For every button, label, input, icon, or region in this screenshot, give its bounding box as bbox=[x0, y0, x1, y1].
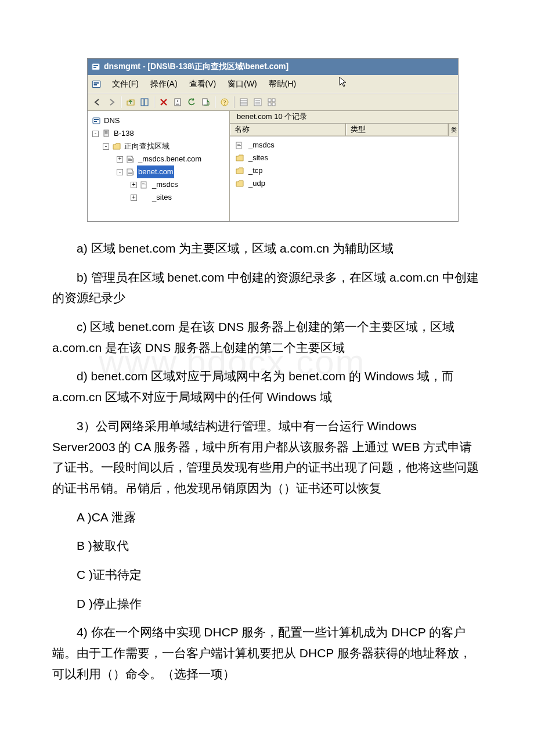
client-area: DNS - B-138 - 正向查找区域 + bbox=[88, 111, 458, 221]
svg-rect-43 bbox=[142, 183, 145, 184]
zone-icon bbox=[140, 180, 149, 189]
list-item[interactable]: _udp bbox=[233, 177, 454, 190]
properties-button[interactable] bbox=[171, 96, 184, 109]
svg-rect-47 bbox=[237, 145, 241, 146]
q3-option-c: C )证书待定 bbox=[52, 564, 482, 585]
tree-label: 正向查找区域 bbox=[123, 140, 170, 153]
svg-rect-37 bbox=[128, 160, 132, 161]
svg-rect-1 bbox=[93, 65, 98, 66]
q2-option-a: a) 区域 benet.com 为主要区域，区域 a.com.cn 为辅助区域 bbox=[52, 238, 482, 259]
folder-icon bbox=[112, 142, 121, 151]
help-button[interactable]: ? bbox=[218, 96, 231, 109]
icon-view-button[interactable] bbox=[265, 96, 278, 109]
delete-button[interactable] bbox=[157, 96, 170, 109]
list-item[interactable]: _sites bbox=[233, 152, 454, 164]
menu-action[interactable]: 操作(A) bbox=[146, 76, 182, 92]
collapse-icon[interactable]: - bbox=[117, 169, 123, 175]
svg-rect-41 bbox=[128, 173, 132, 174]
menu-file[interactable]: 文件(F) bbox=[107, 76, 143, 92]
zone-icon bbox=[126, 167, 135, 177]
q3-option-a: A )CA 泄露 bbox=[52, 507, 482, 528]
tree-label: B-138 bbox=[113, 127, 135, 140]
column-scroll-indicator: 类 bbox=[449, 124, 458, 136]
svg-rect-5 bbox=[94, 84, 98, 85]
tree-node-sub-msdcs[interactable]: + _msdcs bbox=[90, 178, 228, 191]
collapse-icon[interactable]: - bbox=[103, 143, 109, 150]
svg-rect-29 bbox=[94, 121, 97, 122]
svg-rect-10 bbox=[176, 103, 179, 103]
tree-label: _sites bbox=[151, 191, 172, 204]
menu-window[interactable]: 窗口(W) bbox=[223, 76, 262, 92]
folder-icon bbox=[235, 166, 244, 175]
tree-pane[interactable]: DNS - B-138 - 正向查找区域 + bbox=[88, 111, 230, 221]
svg-rect-33 bbox=[105, 134, 108, 134]
svg-text:?: ? bbox=[223, 99, 226, 106]
menu-help[interactable]: 帮助(H) bbox=[264, 76, 301, 92]
column-type[interactable]: 类型 bbox=[346, 124, 449, 136]
svg-rect-44 bbox=[142, 185, 146, 185]
svg-rect-4 bbox=[94, 82, 99, 83]
tree-node-sub-sites[interactable]: + _sites bbox=[90, 191, 228, 204]
detail-view-button[interactable] bbox=[251, 96, 264, 109]
column-name[interactable]: 名称 bbox=[230, 124, 346, 136]
nav-back-button[interactable] bbox=[91, 96, 104, 109]
q2-option-b: b) 管理员在区域 benet.com 中创建的资源纪录多，在区域 a.com.… bbox=[52, 267, 482, 308]
dns-mmc-window: dnsmgmt - [DNS\B-138\正向查找区域\benet.com] 文… bbox=[87, 58, 459, 222]
tree-node-dns[interactable]: DNS bbox=[90, 114, 228, 127]
tree-node-server[interactable]: - B-138 bbox=[90, 127, 228, 140]
expand-icon[interactable]: + bbox=[131, 195, 137, 201]
collapse-icon[interactable]: - bbox=[92, 131, 99, 137]
svg-rect-11 bbox=[176, 104, 179, 105]
svg-rect-23 bbox=[268, 99, 271, 102]
tool-bar: ? bbox=[88, 93, 458, 111]
list-item[interactable]: _tcp bbox=[233, 164, 454, 177]
list-body[interactable]: _msdcs _sites _tcp bbox=[230, 136, 458, 221]
tree-node-zone-benet[interactable]: - benet.com bbox=[90, 165, 228, 178]
folder-icon bbox=[140, 193, 149, 202]
list-summary-header: benet.com 10 个记录 bbox=[230, 111, 458, 124]
svg-rect-25 bbox=[268, 103, 271, 106]
svg-rect-8 bbox=[175, 99, 181, 106]
svg-rect-2 bbox=[93, 67, 96, 68]
dns-app-icon bbox=[91, 79, 102, 89]
zone-icon bbox=[126, 154, 135, 164]
q2-option-c: c) 区域 benet.com 是在该 DNS 服务器上创建的第一个主要区域，区… bbox=[52, 316, 482, 358]
export-list-button[interactable] bbox=[199, 96, 212, 109]
mouse-cursor-icon bbox=[338, 76, 349, 92]
list-summary-text: benet.com 10 个记录 bbox=[237, 110, 307, 123]
server-icon bbox=[102, 129, 111, 138]
tree-node-forward-zones[interactable]: - 正向查找区域 bbox=[90, 140, 228, 153]
tree-label: _msdcs.benet.com bbox=[137, 153, 202, 165]
tree-node-zone-msdcs[interactable]: + _msdcs.benet.com bbox=[90, 153, 228, 165]
menu-view[interactable]: 查看(V) bbox=[185, 76, 221, 92]
svg-rect-40 bbox=[128, 172, 132, 172]
show-hide-tree-button[interactable] bbox=[138, 96, 151, 109]
document-body: a) 区域 benet.com 为主要区域，区域 a.com.cn 为辅助区域 … bbox=[52, 222, 482, 684]
list-item-label: _sites bbox=[248, 152, 268, 164]
svg-rect-32 bbox=[105, 132, 108, 133]
title-bar: dnsmgmt - [DNS\B-138\正向查找区域\benet.com] bbox=[88, 59, 458, 75]
q3-option-d: D )停止操作 bbox=[52, 593, 482, 614]
dns-root-icon bbox=[92, 116, 101, 125]
svg-rect-7 bbox=[145, 99, 148, 106]
nav-forward-button[interactable] bbox=[105, 96, 118, 109]
q3-option-b: B )被取代 bbox=[52, 535, 482, 556]
q3-stem: 3）公司网络采用单域结构进行管理。域中有一台运行 Windows Server2… bbox=[52, 416, 482, 499]
list-view-button[interactable] bbox=[237, 96, 250, 109]
up-one-level-button[interactable] bbox=[124, 96, 137, 109]
list-item-label: _tcp bbox=[248, 164, 263, 177]
zone-icon bbox=[235, 141, 244, 150]
svg-rect-46 bbox=[237, 144, 240, 145]
folder-icon bbox=[235, 153, 244, 163]
title-text: dnsmgmt - [DNS\B-138\正向查找区域\benet.com] bbox=[104, 60, 288, 74]
refresh-button[interactable] bbox=[185, 96, 198, 109]
svg-rect-6 bbox=[141, 99, 144, 106]
dns-app-icon bbox=[91, 62, 100, 71]
expand-icon[interactable]: + bbox=[117, 156, 123, 163]
svg-rect-39 bbox=[128, 171, 131, 171]
q4-stem: 4) 你在一个网络中实现 DHCP 服务，配置一些计算机成为 DHCP 的客户端… bbox=[52, 622, 482, 684]
list-item[interactable]: _msdcs bbox=[233, 139, 454, 152]
expand-icon[interactable]: + bbox=[131, 182, 137, 188]
list-item-label: _udp bbox=[248, 177, 265, 190]
list-item-label: _msdcs bbox=[248, 139, 275, 152]
